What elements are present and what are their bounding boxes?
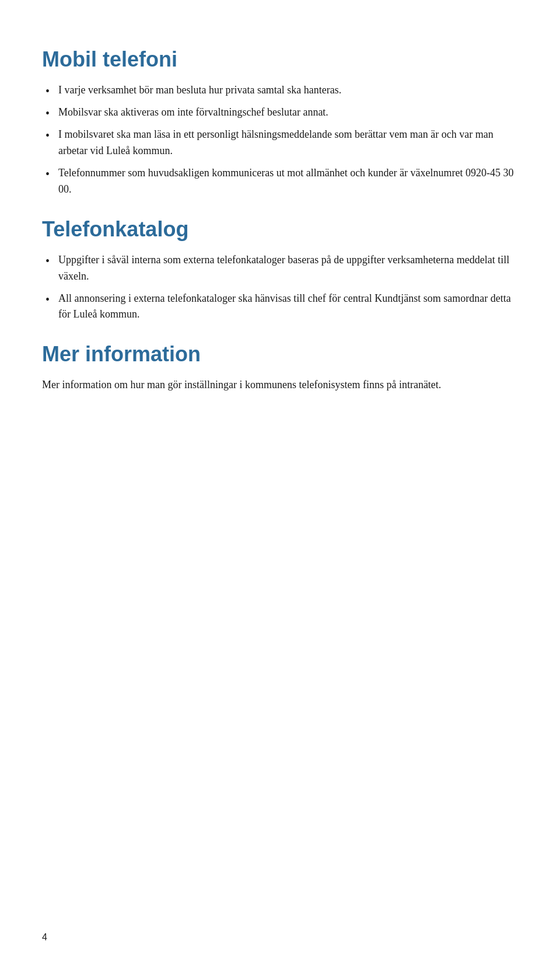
mobil-telefoni-title: Mobil telefoni bbox=[42, 47, 518, 72]
telefonkatalog-list: Uppgifter i såväl interna som externa te… bbox=[42, 252, 518, 323]
list-item: Uppgifter i såväl interna som externa te… bbox=[42, 252, 518, 285]
list-item: All annonsering i externa telefonkatalog… bbox=[42, 291, 518, 323]
list-item: I mobilsvaret ska man läsa in ett person… bbox=[42, 127, 518, 159]
list-item: I varje verksamhet bör man besluta hur p… bbox=[42, 82, 518, 99]
telefonkatalog-title: Telefonkatalog bbox=[42, 217, 518, 242]
page-container: Mobil telefoni I varje verksamhet bör ma… bbox=[0, 0, 560, 446]
list-item: Mobilsvar ska aktiveras om inte förvaltn… bbox=[42, 104, 518, 121]
list-item: Telefonnummer som huvudsakligen kommunic… bbox=[42, 165, 518, 198]
mer-information-body: Mer information om hur man gör inställni… bbox=[42, 377, 518, 393]
page-number: 4 bbox=[42, 932, 47, 943]
mer-information-title: Mer information bbox=[42, 341, 518, 367]
mobil-telefoni-list: I varje verksamhet bör man besluta hur p… bbox=[42, 82, 518, 197]
